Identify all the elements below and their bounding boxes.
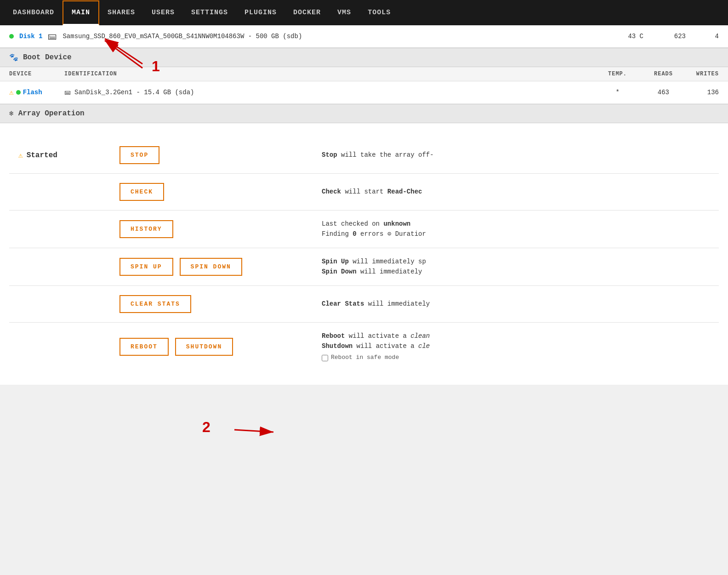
disk1-identification: Samsung_SSD_860_EV0_mSATA_500GB_S41NNW0M…	[63, 33, 610, 40]
history-buttons: HISTORY	[119, 220, 313, 238]
history-last-checked: Last checked on unknown	[322, 219, 710, 229]
col-reads-header: READS	[627, 71, 673, 77]
stop-buttons: STOP	[119, 146, 313, 164]
reboot-desc: Reboot will activate a clean Shutdown wi…	[322, 331, 710, 363]
flash-status-dot	[16, 90, 21, 95]
reboot-shutdown-row: REBOOT SHUTDOWN Reboot will activate a c…	[9, 323, 719, 371]
paw-icon: 🐾	[9, 53, 18, 62]
spin-up-desc: Spin Up will immediately sp	[322, 256, 710, 267]
flash-identification: SanDisk_3.2Gen1 - 15.4 GB (sda)	[74, 89, 194, 96]
page-wrapper: DASHBOARD MAIN SHARES USERS SETTINGS PLU…	[0, 0, 728, 385]
disk1-icon: 🖴	[48, 31, 57, 42]
flash-warn-icon: ⚠	[9, 88, 14, 97]
flash-temp: *	[574, 89, 620, 96]
disk1-row: Disk 1 🖴 Samsung_SSD_860_EV0_mSATA_500GB…	[9, 31, 719, 42]
nav-settings[interactable]: SETTINGS	[183, 1, 236, 24]
nav-vms[interactable]: VMS	[329, 1, 359, 24]
clear-stats-buttons: CLEAR STATS	[119, 295, 313, 313]
shutdown-button[interactable]: SHUTDOWN	[175, 338, 233, 356]
reboot-safe-checkbox[interactable]	[322, 355, 328, 361]
svg-text:2: 2	[202, 419, 210, 435]
check-buttons: CHECK	[119, 183, 313, 201]
stop-button[interactable]: STOP	[119, 146, 159, 164]
nav-tools[interactable]: TOOLS	[359, 1, 399, 24]
check-desc-text: will start Read-Chec	[345, 188, 422, 195]
check-button[interactable]: CHECK	[119, 183, 164, 201]
disk1-writes: 4	[691, 33, 719, 40]
col-writes-header: WRITES	[673, 71, 719, 77]
check-row: CHECK Check will start Read-Chec	[9, 174, 719, 211]
col-temp-header: TEMP.	[581, 71, 627, 77]
nav-users[interactable]: USERS	[143, 1, 183, 24]
array-operation-header: ❄ Array Operation	[0, 104, 728, 123]
flash-row: ⚠ Flash 🖴 SanDisk_3.2Gen1 - 15.4 GB (sda…	[0, 81, 728, 104]
history-button[interactable]: HISTORY	[119, 220, 173, 238]
array-operation-title: Array Operation	[18, 109, 85, 118]
spin-down-desc: Spin Down will immediately	[322, 267, 710, 277]
array-status: ⚠ Started	[18, 151, 110, 160]
clear-stats-desc: Clear Stats will immediately	[322, 299, 710, 309]
check-desc-bold: Check	[322, 188, 341, 195]
flash-device-cell: ⚠ Flash	[9, 88, 61, 97]
reboot-button[interactable]: REBOOT	[119, 338, 169, 356]
started-warn-icon: ⚠	[18, 151, 23, 160]
stop-row: ⚠ Started STOP Stop will take the array …	[9, 137, 719, 174]
history-row: HISTORY Last checked on unknown Finding …	[9, 211, 719, 248]
array-body: ⚠ Started STOP Stop will take the array …	[0, 123, 728, 385]
disk1-label[interactable]: Disk 1	[19, 33, 42, 40]
stop-desc-text: will take the array off-	[341, 151, 434, 159]
snowflake-icon: ❄	[9, 109, 14, 118]
flash-label[interactable]: Flash	[23, 89, 42, 96]
boot-device-header: 🐾 Boot Device	[0, 48, 728, 67]
col-device-header: DEVICE	[9, 71, 64, 77]
boot-device-table-header: DEVICE IDENTIFICATION TEMP. READS WRITES	[0, 67, 728, 81]
nav-docker[interactable]: DOCKER	[285, 1, 329, 24]
started-label: Started	[27, 151, 57, 159]
flash-reads: 463	[623, 89, 669, 96]
flash-id-cell: 🖴 SanDisk_3.2Gen1 - 15.4 GB (sda)	[64, 89, 570, 96]
disk1-reads: 623	[649, 33, 686, 40]
disk1-temp: 43 C	[616, 33, 643, 40]
flash-disk-icon: 🖴	[64, 89, 71, 96]
spin-down-button[interactable]: SPIN DOWN	[180, 258, 242, 276]
col-id-header: IDENTIFICATION	[64, 71, 581, 77]
clear-stats-button[interactable]: CLEAR STATS	[119, 295, 191, 313]
reboot-buttons: REBOOT SHUTDOWN	[119, 338, 313, 356]
disk1-section: Disk 1 🖴 Samsung_SSD_860_EV0_mSATA_500GB…	[0, 25, 728, 48]
check-desc: Check will start Read-Chec	[322, 187, 710, 197]
clear-stats-row: CLEAR STATS Clear Stats will immediately	[9, 286, 719, 323]
spin-desc: Spin Up will immediately sp Spin Down wi…	[322, 256, 710, 277]
nav-shares[interactable]: SHARES	[99, 1, 143, 24]
nav-plugins[interactable]: PLUGINS	[236, 1, 285, 24]
nav-main[interactable]: MAIN	[63, 0, 99, 25]
svg-line-5	[234, 430, 273, 432]
stop-desc-bold: Stop	[322, 151, 337, 159]
reboot-safe-label: Reboot in safe mode	[331, 353, 399, 363]
history-desc: Last checked on unknown Finding 0 errors…	[322, 219, 710, 239]
nav-dashboard[interactable]: DASHBOARD	[5, 1, 63, 24]
main-nav: DASHBOARD MAIN SHARES USERS SETTINGS PLU…	[0, 0, 728, 25]
spin-row: SPIN UP SPIN DOWN Spin Up will immediate…	[9, 248, 719, 286]
disk1-status-dot	[9, 34, 14, 39]
reboot-desc-text: Reboot will activate a clean	[322, 331, 710, 341]
spin-buttons: SPIN UP SPIN DOWN	[119, 258, 313, 276]
flash-writes: 136	[673, 89, 719, 96]
history-errors: Finding 0 errors ⊙ Duratior	[322, 229, 710, 239]
stop-desc: Stop will take the array off-	[322, 150, 710, 160]
reboot-safe-row: Reboot in safe mode	[322, 353, 710, 363]
shutdown-desc-text: Shutdown will activate a cle	[322, 341, 710, 351]
spin-up-button[interactable]: SPIN UP	[119, 258, 173, 276]
boot-device-title: Boot Device	[23, 53, 72, 62]
